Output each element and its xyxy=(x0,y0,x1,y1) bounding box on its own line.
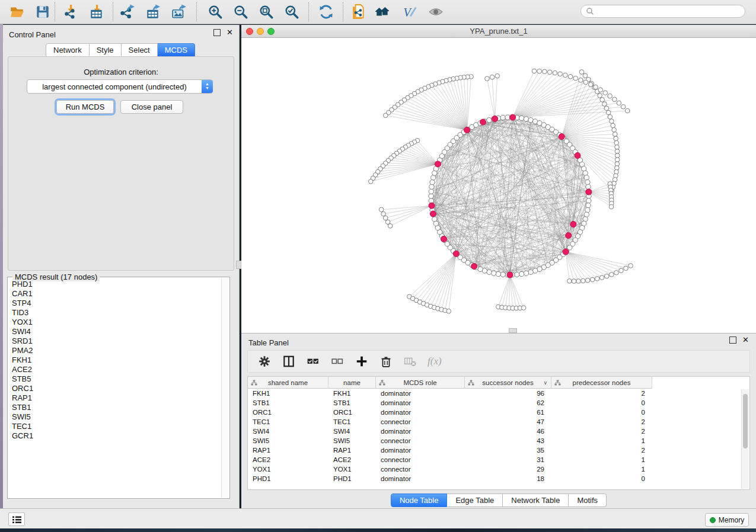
memory-button[interactable]: Memory xyxy=(705,513,749,527)
function-builder-icon[interactable]: f(x) xyxy=(428,355,442,367)
table-row[interactable]: TEC1TEC1connector472 xyxy=(248,418,652,427)
network-node[interactable] xyxy=(505,115,510,120)
network-node[interactable] xyxy=(584,175,589,180)
table-row[interactable]: FKH1FKH1dominator962 xyxy=(248,389,652,399)
graphics-detail-icon[interactable] xyxy=(427,4,445,20)
network-node[interactable] xyxy=(500,272,505,277)
column-header-name[interactable]: name xyxy=(328,377,376,389)
mcds-dominator-node[interactable] xyxy=(492,116,498,121)
float-table-panel-icon[interactable] xyxy=(729,336,736,344)
network-node[interactable] xyxy=(573,76,578,81)
network-node[interactable] xyxy=(579,70,584,75)
mcds-dominator-node[interactable] xyxy=(559,134,564,140)
export-image-icon[interactable] xyxy=(170,4,188,20)
network-node[interactable] xyxy=(495,73,500,78)
mcds-result-item[interactable]: TEC1 xyxy=(8,422,222,431)
delete-icon[interactable] xyxy=(379,354,393,368)
table-scrollbar[interactable] xyxy=(741,389,749,489)
select-all-icon[interactable] xyxy=(306,354,320,368)
close-panel-button[interactable]: Close panel xyxy=(120,100,183,114)
network-node[interactable] xyxy=(586,184,591,189)
network-node[interactable] xyxy=(614,136,618,141)
network-node[interactable] xyxy=(624,266,629,271)
mcds-dominator-node[interactable] xyxy=(507,272,513,278)
unselect-all-icon[interactable] xyxy=(330,354,344,368)
mcds-dominator-node[interactable] xyxy=(480,119,486,125)
mcds-result-item[interactable]: CAR1 xyxy=(8,289,222,299)
mcds-result-item[interactable]: GCR1 xyxy=(8,431,222,441)
network-node[interactable] xyxy=(588,82,593,87)
mcds-result-item[interactable]: ORC1 xyxy=(8,384,222,393)
mcds-result-item[interactable]: STB1 xyxy=(8,403,222,412)
network-node[interactable] xyxy=(524,271,528,275)
mcds-dominator-node[interactable] xyxy=(575,152,580,158)
zoom-fit-icon[interactable] xyxy=(257,4,275,20)
mcds-dominator-node[interactable] xyxy=(471,264,477,270)
network-node[interactable] xyxy=(381,211,386,216)
vizmapper-icon[interactable]: V xyxy=(401,4,419,20)
network-window-titlebar[interactable]: YPA_prune.txt_1 xyxy=(241,25,756,38)
network-node[interactable] xyxy=(431,175,436,180)
tab-edge-table[interactable]: Edge Table xyxy=(447,493,503,507)
network-canvas[interactable] xyxy=(241,38,756,333)
network-node[interactable] xyxy=(583,73,588,78)
table-row[interactable]: STB1STB1dominator620 xyxy=(248,399,652,408)
run-mcds-button[interactable]: Run MCDS xyxy=(56,100,114,114)
import-table-icon[interactable] xyxy=(88,4,106,20)
column-header-predecessor-nodes[interactable]: predecessor nodes xyxy=(551,377,652,389)
network-node[interactable] xyxy=(383,216,388,220)
mcds-result-item[interactable]: YOX1 xyxy=(8,318,222,327)
network-node[interactable] xyxy=(602,102,607,107)
mcds-result-item[interactable]: SWI4 xyxy=(8,327,222,336)
close-panel-icon[interactable]: ✕ xyxy=(227,30,233,36)
network-node[interactable] xyxy=(446,309,451,313)
network-node[interactable] xyxy=(519,271,524,276)
mcds-list-scrollbar[interactable] xyxy=(221,278,229,498)
open-file-icon[interactable] xyxy=(8,4,26,20)
network-node[interactable] xyxy=(547,70,552,75)
mcds-result-item[interactable]: STB5 xyxy=(8,374,222,384)
network-node[interactable] xyxy=(519,116,524,120)
network-node[interactable] xyxy=(567,279,572,284)
mcds-dominator-node[interactable] xyxy=(563,249,569,255)
network-node[interactable] xyxy=(384,113,388,118)
network-node[interactable] xyxy=(612,127,617,132)
network-node[interactable] xyxy=(621,104,626,109)
network-node[interactable] xyxy=(629,264,633,268)
search-input[interactable] xyxy=(594,7,745,16)
network-node[interactable] xyxy=(429,184,434,189)
tab-node-table[interactable]: Node Table xyxy=(391,493,448,507)
network-node[interactable] xyxy=(432,217,437,222)
network-node[interactable] xyxy=(586,203,591,208)
table-row[interactable]: PHD1PHD1dominator180 xyxy=(248,475,652,484)
network-node[interactable] xyxy=(543,69,547,74)
column-header-successor-nodes[interactable]: successor nodes∨ xyxy=(465,377,551,389)
network-node[interactable] xyxy=(585,278,590,283)
mcds-dominator-node[interactable] xyxy=(453,251,459,257)
column-header-MCDS-role[interactable]: MCDS role xyxy=(376,377,465,389)
table-row[interactable]: SWI5SWI5connector431 xyxy=(248,437,652,446)
tab-network[interactable]: Network xyxy=(46,43,90,57)
network-node[interactable] xyxy=(487,118,492,123)
network-node[interactable] xyxy=(585,180,590,184)
optimization-dropdown[interactable]: largest connected component (undirected)… xyxy=(27,79,213,94)
network-node[interactable] xyxy=(608,114,613,119)
network-node[interactable] xyxy=(430,180,435,184)
horizontal-splitter-handle[interactable] xyxy=(509,328,517,333)
settings-gear-icon[interactable] xyxy=(257,354,272,368)
tab-select[interactable]: Select xyxy=(122,43,158,57)
mcds-dominator-node[interactable] xyxy=(586,189,592,195)
network-node[interactable] xyxy=(429,189,433,194)
network-node[interactable] xyxy=(496,271,500,276)
table-row[interactable]: YOX1YOX1connector291 xyxy=(248,465,652,475)
network-node[interactable] xyxy=(583,171,588,175)
network-node[interactable] xyxy=(429,194,433,198)
network-node[interactable] xyxy=(614,270,619,275)
table-row[interactable]: ACE2ACE2connector311 xyxy=(248,456,652,465)
mcds-result-item[interactable]: STP4 xyxy=(8,299,222,308)
network-node[interactable] xyxy=(558,72,563,76)
network-node[interactable] xyxy=(379,207,384,212)
network-node[interactable] xyxy=(537,69,542,73)
network-node[interactable] xyxy=(615,149,620,154)
tab-style[interactable]: Style xyxy=(90,43,122,57)
